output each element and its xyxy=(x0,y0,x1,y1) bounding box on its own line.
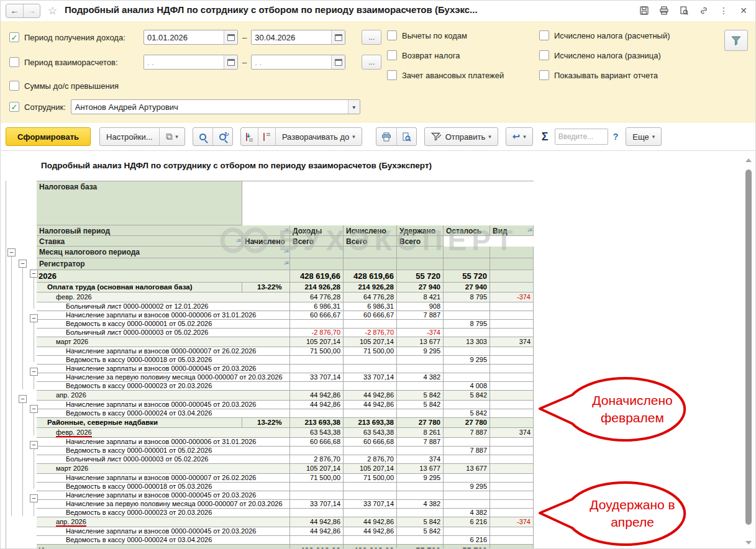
value-cell[interactable]: 55 720 xyxy=(444,270,490,283)
row-label[interactable]: Начисление зарплаты и взносов 0000-00004… xyxy=(37,491,290,500)
row-label[interactable]: Ведомость в кассу 0000-000018 от 05.03.2… xyxy=(37,356,290,365)
table-row[interactable]: Начисление зарплаты и взносов 0000-00000… xyxy=(37,347,534,356)
value-cell[interactable]: 63 543,38 xyxy=(344,428,397,438)
value-cell[interactable] xyxy=(490,455,534,464)
print-preview-button[interactable] xyxy=(396,128,416,145)
value-cell[interactable]: 4 008 xyxy=(444,382,490,391)
excess-sums-checkbox[interactable]: ✓ xyxy=(9,81,19,91)
value-cell[interactable] xyxy=(490,302,534,311)
value-cell[interactable]: -374 xyxy=(490,293,534,302)
sort-icon[interactable]: ↓≡ xyxy=(283,260,288,266)
value-cell[interactable] xyxy=(490,509,534,517)
value-cell[interactable]: 7 887 xyxy=(397,311,444,320)
table-row[interactable]: Районные, северные надбавки13-22%213 693… xyxy=(37,418,534,428)
settlement-period-checkbox[interactable]: ✓ xyxy=(9,57,19,67)
tree-collapse-button[interactable]: − xyxy=(30,441,38,449)
table-row[interactable]: Ведомость в кассу 0000-000001 от 05.02.2… xyxy=(37,447,534,455)
value-cell[interactable] xyxy=(490,311,534,320)
value-cell[interactable]: 44 942,86 xyxy=(290,391,344,401)
value-cell[interactable]: 33 707,14 xyxy=(344,373,397,382)
print-icon[interactable] xyxy=(658,5,670,16)
table-row[interactable]: Начисление за первую половину месяца 000… xyxy=(37,500,534,509)
value-cell[interactable] xyxy=(397,382,444,391)
search-next-button[interactable]: ↻ xyxy=(212,128,232,145)
table-row[interactable]: Ведомость в кассу 0000-000024 от 03.04.2… xyxy=(37,536,534,545)
value-cell[interactable] xyxy=(490,382,534,391)
value-cell[interactable]: 44 942,86 xyxy=(344,391,397,401)
value-cell[interactable]: 8 795 xyxy=(444,320,490,329)
row-label[interactable]: Начисление зарплаты и взносов 0000-00000… xyxy=(37,311,290,320)
value-cell[interactable] xyxy=(397,409,444,418)
value-cell[interactable]: 27 780 xyxy=(397,418,444,428)
value-cell[interactable]: 13 677 xyxy=(397,337,444,347)
value-cell[interactable]: 60 666,67 xyxy=(290,311,344,320)
value-cell[interactable] xyxy=(490,373,534,382)
table-row[interactable]: март 2026105 207,14105 207,1413 67713 30… xyxy=(37,337,534,347)
employee-combobox[interactable]: Антонов Андрей Артурович ▾ xyxy=(71,99,360,114)
income-period-checkbox[interactable]: ✓ xyxy=(9,32,19,42)
calendar-icon[interactable] xyxy=(224,55,237,69)
table-row[interactable]: март 2026105 207,14105 207,1413 67713 67… xyxy=(37,464,534,474)
row-label[interactable]: Начисление зарплаты и взносов 0000-00000… xyxy=(37,347,290,356)
row-label[interactable]: Оплата труда (основная налоговая база) xyxy=(37,283,242,293)
value-cell[interactable]: 5 842 xyxy=(397,391,444,401)
value-cell[interactable] xyxy=(490,283,534,293)
value-cell[interactable] xyxy=(444,474,490,483)
value-cell[interactable] xyxy=(290,382,344,391)
value-cell[interactable] xyxy=(397,320,444,329)
sort-icon[interactable]: ↓≡ xyxy=(235,237,240,244)
value-cell[interactable]: 908 xyxy=(397,302,444,311)
sum-button[interactable]: Σ xyxy=(542,130,549,143)
settlement-period-to[interactable]: . . xyxy=(251,55,345,70)
calculated-difference-checkbox[interactable]: ✓ xyxy=(539,50,549,60)
forward-button[interactable]: → xyxy=(23,4,40,17)
value-cell[interactable]: 374 xyxy=(490,428,534,438)
value-cell[interactable]: 55 720 xyxy=(397,270,444,283)
row-label[interactable]: Ведомость в кассу 0000-000018 от 05.03.2… xyxy=(37,483,290,491)
send-button[interactable]: Отправить ▾ xyxy=(424,127,498,146)
value-cell[interactable]: 13 303 xyxy=(444,337,490,347)
row-label[interactable]: 2026 xyxy=(37,270,290,283)
calendar-icon[interactable] xyxy=(224,30,237,44)
value-cell[interactable] xyxy=(397,356,444,365)
calendar-icon[interactable] xyxy=(331,30,345,44)
value-cell[interactable]: 2 876,70 xyxy=(290,455,344,464)
value-cell[interactable]: 105 207,14 xyxy=(290,337,344,347)
header-registrar[interactable]: Регистратор↓≡ xyxy=(37,258,290,270)
value-cell[interactable]: 55 720 xyxy=(444,545,490,549)
value-cell[interactable]: 5 842 xyxy=(444,409,490,418)
value-cell[interactable]: 33 707,14 xyxy=(344,500,397,509)
copy-settings-button[interactable]: ⧉ ▾ xyxy=(159,128,184,145)
value-cell[interactable] xyxy=(344,409,397,418)
value-cell[interactable] xyxy=(444,302,490,311)
value-cell[interactable] xyxy=(397,365,444,373)
row-label[interactable]: Больничный лист 0000-000003 от 05.02.202… xyxy=(37,455,290,464)
value-cell[interactable]: 428 619,66 xyxy=(344,270,397,283)
tax-refund-checkbox[interactable]: ✓ xyxy=(387,50,397,60)
value-cell[interactable] xyxy=(344,320,397,329)
employee-checkbox[interactable]: ✓ xyxy=(9,102,19,112)
row-label[interactable]: Ведомость в кассу 0000-000023 от 20.03.2… xyxy=(37,382,290,391)
row-label[interactable]: Больничный лист 0000-000003 от 05.02.202… xyxy=(37,329,290,337)
value-cell[interactable] xyxy=(490,418,534,428)
value-cell[interactable]: 6 986,31 xyxy=(344,302,397,311)
tree-collapse-button[interactable]: − xyxy=(30,494,38,502)
value-cell[interactable] xyxy=(490,329,534,337)
header-tax-period[interactable]: Налоговый период↓≡ xyxy=(37,225,290,236)
header-income[interactable]: Доходы xyxy=(290,225,344,236)
value-cell[interactable] xyxy=(344,365,397,373)
row-label[interactable]: Начисление зарплаты и взносов 0000-00004… xyxy=(37,365,290,373)
row-label[interactable]: Начисление за первую половину месяца 000… xyxy=(37,500,290,509)
value-cell[interactable]: 2 876,70 xyxy=(344,455,397,464)
value-cell[interactable] xyxy=(290,356,344,365)
row-label[interactable]: Начисление зарплаты и взносов 0000-00004… xyxy=(37,527,290,536)
value-cell[interactable] xyxy=(290,409,344,418)
value-cell[interactable] xyxy=(490,474,534,483)
value-cell[interactable]: 6 216 xyxy=(444,517,490,527)
table-row[interactable]: Ведомость в кассу 0000-000018 от 05.03.2… xyxy=(37,356,534,365)
header-accrued[interactable]: Начислено xyxy=(242,236,290,247)
value-cell[interactable]: 9 295 xyxy=(444,483,490,491)
sort-icon[interactable]: ↓≡ xyxy=(527,227,532,234)
value-cell[interactable] xyxy=(444,401,490,409)
rate-cell[interactable]: 13-22% xyxy=(242,283,290,293)
